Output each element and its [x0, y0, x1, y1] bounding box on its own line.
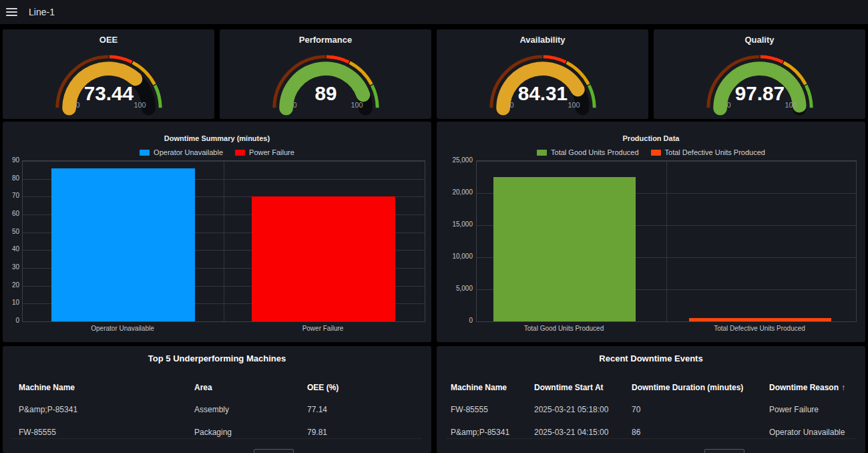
sort-ascending-icon: ↑ — [841, 383, 845, 392]
column-header-machine-name[interactable]: Machine Name — [451, 383, 534, 392]
legend-label: Power Failure — [249, 148, 294, 156]
panel-title[interactable]: OEE — [3, 35, 214, 45]
gauge-value: 89 — [314, 82, 337, 104]
panel-title[interactable]: Performance — [220, 35, 431, 45]
panel-downtime-summary-chart: Downtime Summary (minutes) Operator Unav… — [3, 122, 431, 342]
y-axis-tick-label: 70 — [3, 192, 19, 199]
y-axis-tick-label: 10 — [3, 299, 19, 306]
legend-item-total-good-units-produced[interactable]: Total Good Units Produced — [537, 148, 638, 156]
gridline — [224, 161, 224, 321]
panel-quality-gauge: Quality 97.870100 — [654, 29, 865, 119]
table-cell: FW-85555 — [19, 428, 194, 437]
quality-gauge: 97.870100 — [654, 45, 865, 116]
column-header-machine-name[interactable]: Machine Name — [19, 383, 194, 392]
y-axis-tick-label: 0 — [3, 317, 19, 324]
panel-title[interactable]: Recent Downtime Events — [437, 353, 865, 363]
y-axis-tick-label: 5,000 — [437, 285, 473, 292]
y-axis-tick-label: 10,000 — [437, 253, 473, 260]
gauge-arc: 84.310100 — [477, 45, 609, 116]
gauge-max-label: 100 — [134, 101, 146, 109]
x-axis-category-label: Operator Unavailable — [49, 325, 196, 332]
dashboard: Line-1 OEE 73.440100 Performance 890100 … — [0, 0, 868, 453]
table-row[interactable]: FW-85555Packaging79.81 — [3, 421, 431, 444]
legend-label: Operator Unavailable — [154, 148, 223, 156]
table-cell: 86 — [632, 428, 769, 437]
table-row[interactable]: P&amp;P-853412025-03-21 04:15:0086Operat… — [437, 421, 865, 444]
bar-operator-unavailable[interactable] — [51, 168, 195, 321]
table-row[interactable]: FW-855552025-03-21 05:18:0070Power Failu… — [437, 398, 865, 421]
panel-title[interactable]: Production Data — [437, 134, 865, 142]
y-axis-tick-label: 50 — [3, 228, 19, 235]
legend-item-operator-unavailable[interactable]: Operator Unavailable — [140, 148, 223, 156]
legend: Total Good Units ProducedTotal Defective… — [437, 148, 865, 156]
legend-label: Total Good Units Produced — [551, 148, 638, 156]
divider — [446, 438, 856, 439]
y-axis-tick-label: 20 — [3, 281, 19, 289]
table-row[interactable]: P&amp;P-85341Assembly77.14 — [3, 398, 431, 421]
table-cell: 70 — [632, 405, 769, 414]
oee-gauge: 73.440100 — [3, 45, 214, 116]
dashboard-title: Line-1 — [29, 7, 55, 17]
panel-title[interactable]: Availability — [437, 35, 648, 45]
panel-title[interactable]: Downtime Summary (minutes) — [3, 134, 431, 142]
column-header-downtime-duration-minutes[interactable]: Downtime Duration (minutes) — [632, 383, 769, 392]
column-header-oee[interactable]: OEE (%) — [307, 383, 431, 392]
pagination-button[interactable] — [254, 449, 294, 453]
pagination-button[interactable] — [704, 449, 744, 453]
gauge-arc: 890100 — [260, 45, 392, 116]
gridline — [666, 161, 667, 321]
y-axis-tick-label: 20,000 — [437, 188, 473, 196]
gauge-max-label: 100 — [785, 101, 797, 109]
y-axis-tick-label: 80 — [3, 174, 19, 182]
hamburger-menu-icon[interactable] — [6, 8, 17, 16]
gauge-arc: 97.870100 — [694, 45, 826, 116]
gauge-max-label: 100 — [568, 101, 580, 109]
gauge-max-label: 100 — [351, 101, 363, 109]
table-cell: Assembly — [194, 405, 307, 414]
panel-top5-underperforming-machines-table: Top 5 Underperforming Machines Machine N… — [3, 346, 431, 453]
top-navbar: Line-1 — [0, 0, 868, 24]
table-cell: 77.14 — [307, 405, 431, 414]
table-cell: Power Failure — [769, 405, 865, 414]
legend-swatch-icon — [651, 150, 661, 156]
gauge-min-label: 0 — [509, 101, 513, 109]
legend-item-total-defective-units-produced[interactable]: Total Defective Units Produced — [651, 148, 765, 156]
legend-item-power-failure[interactable]: Power Failure — [235, 148, 294, 156]
table-cell: 79.81 — [307, 428, 431, 437]
panel-oee-gauge: OEE 73.440100 — [3, 29, 214, 119]
legend-swatch-icon — [537, 150, 547, 156]
availability-gauge: 84.310100 — [437, 45, 648, 116]
gauge-min-label: 0 — [75, 101, 79, 109]
table-cell: Operator Unavailable — [769, 428, 865, 437]
y-axis-tick-label: 30 — [3, 263, 19, 271]
x-axis-category-label: Total Good Units Produced — [491, 325, 638, 332]
x-axis-category-label: Total Defective Units Produced — [686, 325, 833, 332]
gauge-value: 73.44 — [83, 82, 134, 104]
panel-title[interactable]: Top 5 Underperforming Machines — [3, 353, 431, 363]
bar-total-defective-units-produced[interactable] — [689, 318, 831, 321]
panel-title[interactable]: Quality — [654, 35, 865, 45]
table-header-row: Machine NameDowntime Start AtDowntime Du… — [437, 381, 865, 394]
panel-recent-downtime-events-table: Recent Downtime Events Machine NameDownt… — [437, 346, 865, 453]
table-cell: 2025-03-21 05:18:00 — [534, 405, 632, 414]
legend: Operator UnavailablePower Failure — [3, 148, 431, 156]
plot-area — [476, 160, 857, 322]
legend-swatch-icon — [140, 150, 150, 156]
gauge-value: 84.31 — [517, 82, 567, 104]
table-cell: P&amp;P-85341 — [451, 428, 534, 437]
bar-total-good-units-produced[interactable] — [493, 177, 636, 321]
column-header-downtime-reason[interactable]: Downtime Reason↑ — [769, 383, 865, 392]
table-cell: FW-85555 — [451, 405, 534, 414]
plot-area — [22, 160, 425, 322]
panel-production-data-chart: Production Data Total Good Units Produce… — [437, 122, 865, 342]
legend-swatch-icon — [235, 150, 245, 156]
divider — [12, 438, 422, 439]
table-cell: P&amp;P-85341 — [19, 405, 194, 414]
column-header-downtime-start-at[interactable]: Downtime Start At — [534, 383, 632, 392]
column-header-area[interactable]: Area — [194, 383, 307, 392]
y-axis-tick-label: 90 — [3, 156, 19, 164]
table-header-row: Machine NameAreaOEE (%) — [3, 381, 431, 394]
bar-power-failure[interactable] — [252, 196, 395, 321]
table-cell: 2025-03-21 04:15:00 — [534, 428, 632, 437]
legend-label: Total Defective Units Produced — [665, 148, 765, 156]
